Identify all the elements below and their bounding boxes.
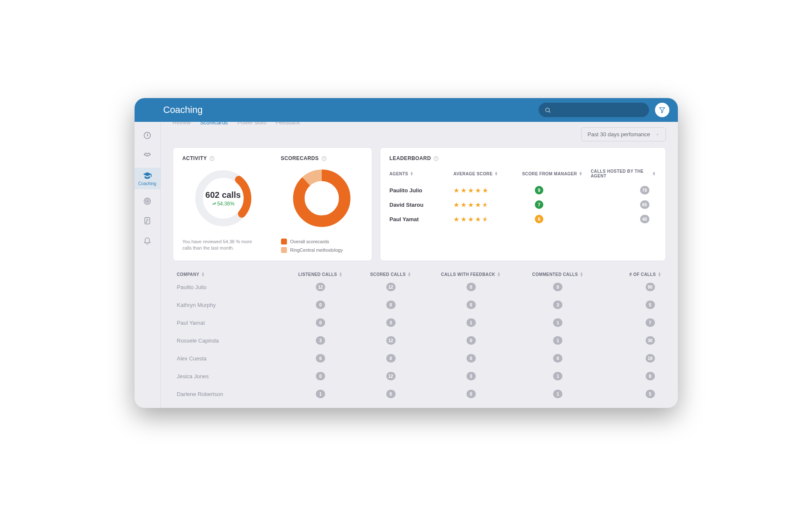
- activity-calls-value: 602 calls: [205, 190, 241, 200]
- app-body: Coaching Review Scorecards Power skills …: [135, 122, 678, 408]
- commented-cell: 0: [518, 354, 598, 363]
- table-row[interactable]: Darlene Robertson10015: [173, 390, 666, 398]
- activity-title: ACTIVITY: [183, 155, 207, 161]
- table-row[interactable]: Rossele Capinda3120130: [173, 336, 666, 345]
- row-name: Alex Cuesta: [177, 355, 284, 362]
- numcalls-cell: 8: [601, 372, 662, 380]
- commented-cell: 1: [518, 336, 598, 345]
- th-num-calls[interactable]: # OF CALLS▲▼: [601, 272, 662, 277]
- listened-cell: 6: [287, 354, 354, 363]
- table-row[interactable]: Paul Yamat03117: [173, 318, 666, 327]
- sidebar-item-target[interactable]: [135, 194, 161, 209]
- manager-score: 7: [535, 200, 543, 209]
- svg-point-6: [147, 201, 148, 202]
- tab-power-skills[interactable]: Power skills: [237, 122, 267, 126]
- tab-scorecards[interactable]: Scorecards: [200, 122, 228, 126]
- leaderboard-row[interactable]: Paulito Julio★★★★★979: [390, 186, 656, 194]
- sidebar-item-docs[interactable]: [135, 213, 161, 228]
- scored-cell: 12: [357, 336, 424, 345]
- listened-cell: 0: [287, 301, 354, 309]
- svg-line-1: [549, 111, 550, 112]
- th-commented[interactable]: COMMENTED CALLS▲▼: [518, 272, 598, 277]
- scored-cell: 0: [357, 390, 424, 398]
- sidebar: Coaching: [135, 122, 161, 408]
- table-row[interactable]: Jesica Jones012318: [173, 372, 666, 380]
- page-title: Coaching: [163, 104, 533, 115]
- stars: ★★★★★★: [453, 215, 519, 223]
- th-agents[interactable]: AGENTS▲▼: [390, 171, 450, 176]
- listened-cell: 1: [287, 390, 354, 398]
- listened-cell: 0: [287, 372, 354, 380]
- clock-icon: [143, 131, 152, 140]
- commented-cell: 1: [518, 318, 598, 327]
- table-row[interactable]: Paulito Julio12120090: [173, 283, 666, 291]
- th-company[interactable]: COMPANY▲▼: [177, 272, 284, 277]
- calls-hosted: 40: [640, 215, 649, 223]
- listened-cell: 12: [287, 283, 354, 291]
- filter-icon: [659, 107, 666, 113]
- period-label: Past 30 days perfomance: [587, 131, 650, 138]
- info-icon[interactable]: [433, 156, 439, 161]
- trend-up-icon: [212, 202, 216, 206]
- scorecards-legend: Overall scorecards RingCentral methodolo…: [281, 239, 343, 253]
- numcalls-cell: 90: [601, 283, 662, 291]
- main-content: Review Scorecards Power skills Feedback …: [161, 122, 678, 408]
- numcalls-cell: 5: [601, 301, 662, 309]
- sidebar-item-deals[interactable]: [135, 147, 161, 163]
- handshake-icon: [143, 151, 152, 160]
- scorecards-donut: [290, 166, 354, 230]
- th-listened[interactable]: LISTENED CALLS▲▼: [287, 272, 354, 277]
- svg-point-10: [146, 222, 147, 222]
- table-row[interactable]: Alex Cuesta600019: [173, 354, 666, 363]
- sidebar-item-coaching[interactable]: Coaching: [135, 168, 161, 189]
- search-input[interactable]: [539, 103, 649, 117]
- feedback-cell: 0: [427, 354, 514, 363]
- stars: ★★★★★★: [453, 201, 519, 209]
- activity-note: You have reviewed 54.36 % more calls tha…: [183, 239, 259, 252]
- manager-score: 9: [535, 186, 543, 194]
- info-icon[interactable]: [209, 156, 215, 161]
- app-window: Coaching Coaching: [135, 98, 678, 408]
- leaderboard-card: LEADERBOARD AGENTS▲▼ AVERAGE SCORE▲▼ SCO…: [380, 147, 666, 261]
- filter-button[interactable]: [655, 103, 669, 117]
- gradcap-icon: [143, 171, 152, 180]
- th-feedback[interactable]: CALLS WITH FEEDBACK▲▼: [427, 272, 514, 277]
- commented-cell: 3: [518, 301, 598, 309]
- commented-cell: 1: [518, 372, 598, 380]
- tab-feedback[interactable]: Feedback: [276, 122, 300, 126]
- tab-review[interactable]: Review: [173, 122, 191, 126]
- activity-change: 54.36%: [212, 201, 235, 207]
- listened-cell: 0: [287, 318, 354, 327]
- row-name: Jesica Jones: [177, 373, 284, 380]
- th-scored[interactable]: SCORED CALLS▲▼: [357, 272, 424, 277]
- scored-cell: 3: [357, 318, 424, 327]
- doc-icon: [143, 216, 152, 225]
- th-calls-hosted[interactable]: CALLS HOSTED BY THE AGENT▲▼: [591, 169, 656, 178]
- period-dropdown[interactable]: Past 30 days perfomance: [581, 127, 666, 141]
- th-manager-score[interactable]: SCORE FROM MANAGER▲▼: [522, 171, 587, 176]
- commented-cell: 0: [518, 283, 598, 291]
- info-icon[interactable]: [321, 156, 327, 161]
- leaderboard-row[interactable]: Paul Yamat★★★★★★640: [390, 215, 656, 223]
- svg-point-5: [146, 200, 149, 203]
- commented-cell: 1: [518, 390, 598, 398]
- activity-card: ACTIVITY 602 calls: [173, 147, 372, 261]
- th-avg-score[interactable]: AVERAGE SCORE▲▼: [453, 171, 519, 176]
- top-bar: Coaching: [135, 98, 678, 122]
- leaderboard-row[interactable]: David Starou★★★★★★765: [390, 200, 656, 209]
- table-row[interactable]: Kathryn Murphy00035: [173, 301, 666, 309]
- svg-point-0: [545, 108, 549, 112]
- svg-point-20: [299, 175, 345, 221]
- row-name: Darlene Robertson: [177, 391, 284, 397]
- feedback-cell: 3: [427, 372, 514, 380]
- scorecards-title: SCORECARDS: [281, 155, 319, 161]
- sidebar-item-alerts[interactable]: [135, 233, 161, 248]
- agent-name: Paulito Julio: [390, 187, 450, 194]
- scored-cell: 12: [357, 372, 424, 380]
- svg-marker-2: [660, 108, 665, 113]
- numcalls-cell: 30: [601, 336, 662, 345]
- agent-name: David Starou: [390, 202, 450, 208]
- sidebar-item-recent[interactable]: [135, 128, 161, 143]
- bell-icon: [143, 236, 152, 245]
- calls-hosted: 79: [640, 186, 649, 194]
